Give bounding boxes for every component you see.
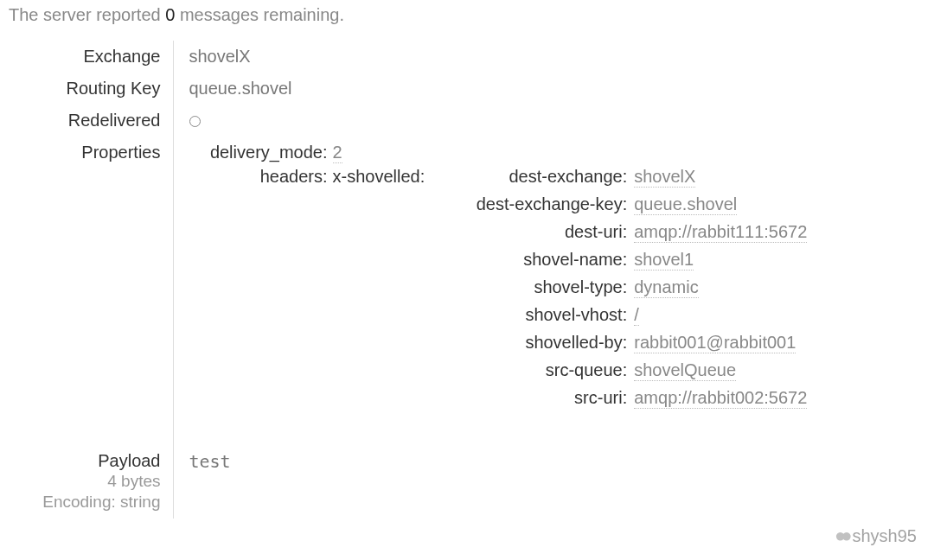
prop-headers: headers: x-shovelled: dest-exchange:shov…	[189, 167, 808, 416]
value-payload: test	[173, 422, 807, 519]
shovelled-val: amqp://rabbit002:5672	[634, 388, 807, 409]
value-properties: delivery_mode: 2 headers: x-shovelled: d…	[173, 137, 807, 422]
value-redelivered	[173, 105, 807, 137]
shovelled-key: shovel-name:	[459, 250, 627, 270]
redelivered-circle-icon	[189, 116, 201, 127]
shovelled-val: shovelQueue	[634, 360, 736, 381]
shovelled-val: dynamic	[634, 277, 698, 298]
shovelled-key: shovel-vhost:	[459, 305, 627, 325]
label-routing-key: Routing Key	[9, 73, 173, 105]
shovelled-val: shovelX	[634, 167, 695, 188]
label-properties: Properties	[9, 137, 173, 422]
shovelled-key: src-uri:	[459, 388, 627, 408]
payload-encoding: Encoding: string	[9, 492, 161, 512]
payload-label: Payload	[9, 451, 161, 471]
shovelled-key: dest-exchange-key:	[459, 194, 627, 214]
shovelled-row: dest-uri:amqp://rabbit111:5672	[459, 222, 807, 243]
headers-value: x-shovelled: dest-exchange:shovelXdest-e…	[333, 167, 808, 416]
shovelled-row: dest-exchange:shovelX	[459, 167, 807, 188]
row-routing-key: Routing Key queue.shovel	[9, 73, 807, 105]
shovelled-row: shovel-vhost:/	[459, 305, 807, 326]
value-exchange: shovelX	[173, 41, 807, 73]
shovelled-val: /	[634, 305, 639, 326]
row-payload: Payload 4 bytes Encoding: string test	[9, 422, 807, 519]
x-shovelled-list: dest-exchange:shovelXdest-exchange-key:q…	[459, 167, 807, 416]
label-redelivered: Redelivered	[9, 105, 173, 137]
row-properties: Properties delivery_mode: 2 headers: x-s…	[9, 137, 807, 422]
shovelled-key: src-queue:	[459, 360, 627, 380]
shovelled-row: shovel-name:shovel1	[459, 250, 807, 270]
shovelled-key: shovel-type:	[459, 277, 627, 297]
status-message: The server reported 0 messages remaining…	[9, 5, 925, 25]
x-shovelled-key: x-shovelled:	[333, 167, 425, 187]
shovelled-key: dest-exchange:	[459, 167, 627, 187]
shovelled-val: queue.shovel	[634, 194, 737, 215]
shovelled-key: shovelled-by:	[459, 333, 627, 353]
shovelled-row: shovel-type:dynamic	[459, 277, 807, 298]
label-exchange: Exchange	[9, 41, 173, 73]
shovelled-val: shovel1	[634, 250, 694, 270]
shovelled-row: src-queue:shovelQueue	[459, 360, 807, 381]
delivery-mode-key: delivery_mode:	[189, 143, 328, 162]
payload-size: 4 bytes	[9, 471, 161, 492]
shovelled-key: dest-uri:	[459, 222, 627, 242]
row-exchange: Exchange shovelX	[9, 41, 807, 73]
value-routing-key: queue.shovel	[173, 73, 807, 105]
row-redelivered: Redelivered	[9, 105, 807, 137]
delivery-mode-val: 2	[333, 143, 342, 163]
shovelled-val: rabbit001@rabbit001	[634, 333, 796, 353]
shovelled-row: dest-exchange-key:queue.shovel	[459, 194, 807, 215]
label-payload: Payload 4 bytes Encoding: string	[9, 422, 173, 519]
status-prefix: The server reported	[9, 5, 161, 24]
status-count: 0	[165, 5, 175, 24]
shovelled-row: shovelled-by:rabbit001@rabbit001	[459, 333, 807, 353]
shovelled-val: amqp://rabbit111:5672	[634, 222, 807, 243]
message-details: Exchange shovelX Routing Key queue.shove…	[9, 41, 807, 519]
prop-delivery-mode: delivery_mode: 2	[189, 143, 808, 163]
headers-key: headers:	[189, 167, 328, 187]
status-suffix: messages remaining.	[180, 5, 344, 24]
shovelled-row: src-uri:amqp://rabbit002:5672	[459, 388, 807, 409]
